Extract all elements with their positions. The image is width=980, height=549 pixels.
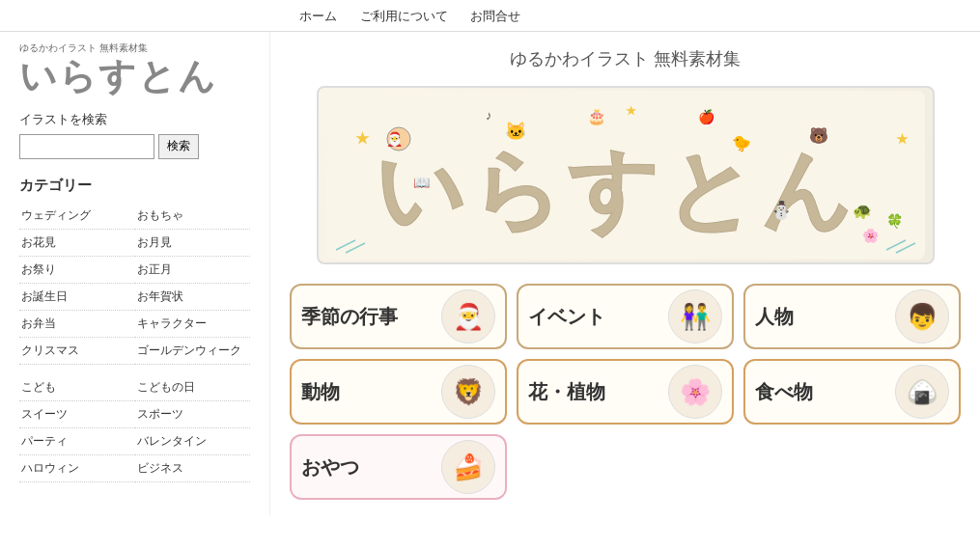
- cat-halloween[interactable]: ハロウィン: [19, 455, 135, 482]
- search-button[interactable]: 検索: [158, 134, 199, 159]
- cat-party[interactable]: パーティ: [19, 428, 135, 455]
- cat-btn-event-icon: 👫: [668, 289, 722, 343]
- site-tagline: ゆるかわイラスト 無料素材集: [19, 41, 250, 55]
- nav-contact[interactable]: お問合せ: [470, 9, 520, 23]
- nav-usage[interactable]: ご利用について: [360, 9, 448, 23]
- svg-text:★: ★: [896, 131, 914, 147]
- main-wrapper: ゆるかわイラスト 無料素材集 いらすとん イラストを検索 検索 カテゴリー ウェ…: [0, 32, 980, 515]
- svg-text:📖: 📖: [413, 175, 435, 191]
- search-input[interactable]: [19, 134, 154, 159]
- cat-business[interactable]: ビジネス: [135, 455, 251, 482]
- svg-text:🎅: 🎅: [386, 131, 408, 148]
- cat-btn-oyatsu-label: おやつ: [301, 454, 441, 480]
- cat-btn-dobutsu-label: 動物: [301, 379, 441, 405]
- svg-text:🍎: 🍎: [698, 109, 720, 125]
- site-logo: いらすとん: [19, 57, 250, 97]
- cat-btn-hito[interactable]: 人物 👦: [743, 284, 961, 349]
- cat-wedding[interactable]: ウェディング: [19, 203, 135, 230]
- svg-text:🐤: 🐤: [732, 134, 757, 152]
- category-title: カテゴリー: [19, 177, 250, 195]
- main-content: ゆるかわイラスト 無料素材集 いらすとん ★ ★: [270, 32, 980, 515]
- cat-golden-week[interactable]: ゴールデンウィーク: [135, 338, 251, 365]
- cat-btn-hito-icon: 👦: [895, 289, 949, 343]
- hero-logo-image: いらすとん ★ ★ ★ 🎅 🐱 ♪ 🎂: [317, 86, 935, 264]
- hero-svg: いらすとん ★ ★ ★ 🎅 🐱 ♪ 🎂: [326, 91, 925, 260]
- top-navigation: ホーム ご利用について お問合せ: [0, 0, 980, 32]
- cat-btn-hito-label: 人物: [755, 304, 895, 330]
- cat-onengajo[interactable]: お年賀状: [135, 284, 251, 311]
- cat-otanjoubi[interactable]: お誕生日: [19, 284, 135, 311]
- cat-omocya[interactable]: おもちゃ: [135, 203, 251, 230]
- cat-btn-tabemono-label: 食べ物: [755, 379, 895, 405]
- cat-btn-hana[interactable]: 花・植物 🌸: [517, 359, 734, 425]
- cat-character[interactable]: キャラクター: [135, 311, 251, 338]
- cat-btn-hana-icon: 🌸: [668, 365, 722, 419]
- main-tagline: ゆるかわイラスト 無料素材集: [290, 47, 961, 70]
- cat-ohanami[interactable]: お花見: [19, 230, 135, 257]
- cat-valentine[interactable]: バレンタイン: [135, 428, 251, 455]
- cat-obento[interactable]: お弁当: [19, 311, 135, 338]
- svg-text:いらすとん: いらすとん: [375, 141, 857, 239]
- cat-btn-kisetsu[interactable]: 季節の行事 🎅: [290, 284, 507, 349]
- cat-otsukimi[interactable]: お月見: [135, 230, 251, 257]
- cat-sweets[interactable]: スイーツ: [19, 401, 135, 428]
- cat-btn-hana-label: 花・植物: [528, 379, 668, 405]
- cat-kodomo-no-hi[interactable]: こどもの日: [135, 374, 251, 401]
- search-row: 検索: [19, 134, 250, 159]
- hero-logo-area: いらすとん ★ ★ ★ 🎅 🐱 ♪ 🎂: [290, 76, 961, 280]
- svg-text:★: ★: [626, 104, 642, 118]
- cat-christmas[interactable]: クリスマス: [19, 338, 135, 365]
- svg-text:🌸: 🌸: [862, 228, 884, 244]
- svg-text:⛄: ⛄: [770, 200, 798, 221]
- cat-omatsuri[interactable]: お祭り: [19, 257, 135, 284]
- category-spacer: [19, 365, 250, 374]
- cat-btn-oyatsu[interactable]: おやつ 🍰: [290, 434, 507, 500]
- cat-kodomo[interactable]: こども: [19, 374, 135, 401]
- cat-btn-kisetsu-icon: 🎅: [441, 289, 495, 343]
- cat-sports[interactable]: スポーツ: [135, 401, 251, 428]
- search-label: イラストを検索: [19, 111, 250, 128]
- cat-btn-tabemono[interactable]: 食べ物 🍙: [743, 359, 961, 425]
- svg-text:🐻: 🐻: [809, 126, 834, 145]
- cat-oshogatsu[interactable]: お正月: [135, 257, 251, 284]
- svg-text:♪: ♪: [486, 108, 498, 123]
- cat-btn-event-label: イベント: [528, 304, 668, 330]
- cat-btn-oyatsu-icon: 🍰: [441, 440, 495, 494]
- nav-home[interactable]: ホーム: [299, 9, 337, 23]
- category-grid: ウェディング おもちゃ お花見 お月見 お祭り お正月 お誕生日 お年賀状 お弁…: [19, 203, 250, 482]
- svg-text:🐱: 🐱: [505, 121, 532, 142]
- svg-text:🐢: 🐢: [853, 202, 878, 220]
- cat-btn-event[interactable]: イベント 👫: [517, 284, 734, 349]
- cat-btn-kisetsu-label: 季節の行事: [301, 304, 441, 330]
- svg-text:🎂: 🎂: [587, 107, 612, 125]
- category-buttons-row1: 季節の行事 🎅 イベント 👫 人物 👦 動物 🦁 花・植物 🌸 食べ物 �: [290, 284, 961, 425]
- svg-text:🍀: 🍀: [886, 213, 909, 230]
- search-section: イラストを検索 検索: [19, 111, 250, 159]
- cat-btn-tabemono-icon: 🍙: [895, 365, 949, 419]
- cat-btn-dobutsu[interactable]: 動物 🦁: [290, 359, 507, 425]
- cat-btn-dobutsu-icon: 🦁: [441, 365, 495, 419]
- category-buttons-row2: おやつ 🍰: [290, 434, 961, 500]
- svg-text:★: ★: [355, 130, 375, 147]
- sidebar: ゆるかわイラスト 無料素材集 いらすとん イラストを検索 検索 カテゴリー ウェ…: [0, 32, 270, 515]
